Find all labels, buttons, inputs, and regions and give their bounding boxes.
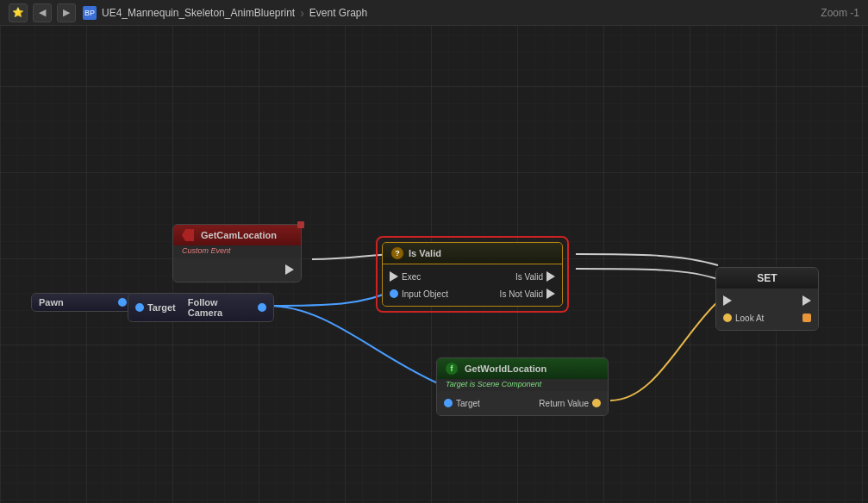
node-getworldloc-title: GetWorldLocation [465, 363, 546, 374]
pin-isnotvalid-out: Is Not Valid [500, 289, 555, 299]
inputobj-label: Input Object [402, 289, 448, 299]
set-lookat-right [802, 314, 811, 322]
node-followcamera[interactable]: Target Follow Camera [128, 293, 274, 322]
breadcrumb-separator: › [300, 6, 304, 20]
node-followcam-header: Target Follow Camera [128, 294, 273, 321]
pin-row-inputobj: Input Object Is Not Valid [383, 285, 562, 302]
node-set-body: Look At [716, 289, 818, 330]
set-lookat-label-row: Look At [723, 314, 764, 323]
home-button[interactable]: ⭐ [9, 3, 28, 22]
node-set-title: SET [757, 272, 777, 284]
back-button[interactable]: ◀ [33, 3, 52, 22]
isvalid-selection-wrapper: ? Is Valid Exec Is Valid [376, 236, 569, 313]
followcam-out-pin[interactable] [258, 303, 266, 312]
exec-label: Exec [402, 272, 421, 282]
inputobj-pin[interactable] [390, 289, 398, 298]
isvalid-out-label: Is Valid [515, 272, 543, 282]
node-getcam-header: GetCamLocation [173, 225, 301, 245]
lookat-pin[interactable] [723, 314, 732, 322]
node-getworldlocation[interactable]: f GetWorldLocation Target is Scene Compo… [436, 357, 609, 416]
node-getcamloction[interactable]: GetCamLocation Custom Event [172, 224, 302, 283]
isvalid-exec-out-pin[interactable] [546, 271, 555, 282]
pin-return-out: Return Value [539, 399, 601, 408]
node-pawn-header: Pawn [32, 294, 134, 311]
node-followcam-title: Follow Camera [188, 297, 254, 318]
graph-canvas[interactable]: GetCamLocation Custom Event ? Is Valid [0, 26, 868, 503]
forward-button[interactable]: ▶ [57, 3, 76, 22]
breadcrumb-graph: Event Graph [309, 7, 367, 19]
node-small-box [297, 221, 304, 228]
nav-buttons: ⭐ ◀ ▶ [9, 3, 76, 22]
return-pin[interactable] [592, 399, 601, 407]
node-getcam-subtitle: Custom Event [173, 245, 301, 258]
isnotvalid-pin[interactable] [546, 289, 555, 299]
pin-row-exec-out [173, 261, 301, 278]
set-exec-in [723, 295, 732, 306]
pin-exec-out [285, 264, 294, 275]
pin-inputobj-in: Input Object [390, 289, 448, 299]
return-label: Return Value [539, 399, 589, 408]
top-bar: ⭐ ◀ ▶ BP UE4_Mannequin_Skeleton_AnimBlue… [0, 0, 868, 26]
node-getworldloc-body: Target Return Value [437, 391, 608, 415]
node-getcam-title: GetCamLocation [201, 230, 277, 240]
node-followcam-target: Target [147, 302, 176, 313]
node-isvalid-body: Exec Is Valid Input Object I [383, 264, 562, 306]
zoom-label: Zoom -1 [821, 7, 859, 19]
lookat-label: Look At [735, 314, 764, 323]
pin-exec-in: Exec [390, 271, 421, 282]
isnotvalid-label: Is Not Valid [500, 289, 543, 299]
node-getworldloc-header: f GetWorldLocation [437, 358, 608, 379]
node-set[interactable]: SET Look At [715, 267, 819, 331]
set-exec-in-pin[interactable] [723, 295, 732, 306]
blueprint-icon: BP [83, 6, 97, 20]
target-label: Target [456, 399, 480, 408]
exec-in-pin[interactable] [390, 271, 398, 282]
selection-border: ? Is Valid Exec Is Valid [376, 236, 569, 313]
pin-isvalid-out: Is Valid [515, 271, 555, 282]
node-pawn[interactable]: Pawn [31, 293, 134, 312]
pin-target-in: Target [444, 399, 480, 408]
pawn-out-pin[interactable] [118, 298, 127, 307]
func-icon: f [446, 363, 458, 375]
lookat-out-pin[interactable] [802, 314, 811, 322]
event-icon [182, 229, 194, 241]
set-exec-out [802, 295, 811, 306]
pin-row-target: Target Return Value [437, 394, 608, 412]
exec-out-pin[interactable] [285, 264, 294, 275]
node-pawn-title: Pawn [39, 297, 64, 307]
node-isvalid-header: ? Is Valid [383, 243, 562, 264]
node-getcam-body [173, 258, 301, 282]
pin-row-lookat: Look At [716, 309, 818, 326]
breadcrumb-project: UE4_Mannequin_Skeleton_AnimBlueprint [102, 7, 295, 19]
pin-row-exec: Exec Is Valid [383, 268, 562, 285]
node-isvalid-title: Is Valid [409, 248, 441, 258]
followcam-in-pin[interactable] [135, 303, 144, 312]
node-getworldloc-subtitle: Target is Scene Component [437, 379, 608, 391]
node-set-header: SET [716, 268, 818, 289]
breadcrumb: BP UE4_Mannequin_Skeleton_AnimBlueprint … [83, 6, 367, 20]
node-isvalid[interactable]: ? Is Valid Exec Is Valid [382, 242, 563, 307]
target-pin[interactable] [444, 399, 453, 407]
pin-row-set-exec [716, 292, 818, 309]
set-exec-out-pin[interactable] [802, 295, 811, 306]
question-mark-icon: ? [391, 247, 403, 259]
